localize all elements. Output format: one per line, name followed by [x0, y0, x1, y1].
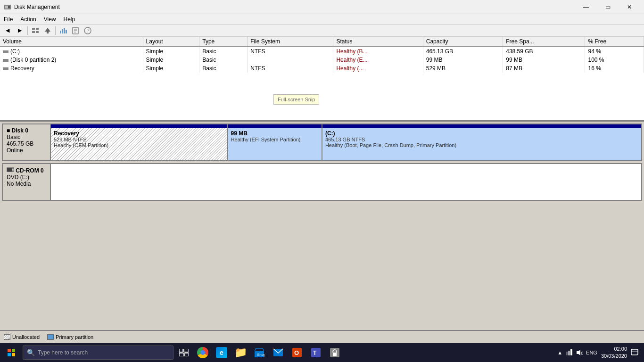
- svg-rect-8: [47, 32, 49, 33]
- edge-app[interactable]: e: [213, 344, 230, 361]
- volume-cell: Recovery: [0, 64, 143, 73]
- start-button[interactable]: [2, 343, 21, 362]
- table-row[interactable]: (Disk 0 partition 2) Simple Basic Health…: [0, 56, 644, 64]
- fullscreen-snip-tooltip: Full-screen Snip: [273, 94, 319, 105]
- col-capacity[interactable]: Capacity: [423, 37, 503, 47]
- cdrom-0-row: CD-ROM 0 DVD (E:) No Media: [2, 163, 642, 201]
- clock-date: 30/03/2020: [601, 353, 627, 360]
- status-cell: Healthy (B...: [333, 47, 423, 56]
- svg-rect-20: [7, 168, 12, 172]
- maximize-button[interactable]: ▭: [597, 0, 619, 14]
- legend-primary-box: [47, 334, 54, 340]
- col-filesystem[interactable]: File System: [248, 37, 333, 47]
- properties-button[interactable]: [70, 25, 81, 36]
- svg-rect-4: [36, 28, 39, 30]
- c-drive-partition-info: 465.13 GB NTFS: [325, 137, 638, 142]
- disk-0-status: Online: [7, 147, 46, 154]
- forward-button[interactable]: ▶: [14, 25, 25, 36]
- office-app[interactable]: O: [289, 344, 305, 361]
- volume-icon: )): [576, 349, 583, 356]
- table-row[interactable]: Recovery Simple Basic NTFS Healthy (... …: [0, 64, 644, 73]
- chrome-app[interactable]: [194, 344, 211, 361]
- language-indicator[interactable]: ENG: [586, 350, 597, 355]
- disk-map-panel: ■ Disk 0 Basic 465.75 GB Online Recovery…: [0, 122, 644, 330]
- svg-rect-12: [66, 30, 67, 33]
- show-hidden-icons[interactable]: ▲: [557, 350, 562, 355]
- graphical-view-button[interactable]: [58, 25, 69, 36]
- capacity-cell: 99 MB: [423, 56, 503, 64]
- taskview-icon: [179, 349, 189, 356]
- edge-icon: e: [216, 347, 227, 358]
- pct-cell: 100 %: [585, 56, 644, 64]
- svg-text:T: T: [313, 350, 317, 356]
- toolbar: ◀ ▶ ?: [0, 25, 644, 37]
- svg-rect-22: [179, 349, 183, 352]
- notifications-icon[interactable]: [631, 349, 638, 356]
- store-app[interactable]: Shop: [251, 344, 268, 361]
- recovery-partition-info: 529 MB NTFS: [54, 137, 224, 142]
- col-pctfree[interactable]: % Free: [585, 37, 644, 47]
- layout-cell: Simple: [143, 64, 199, 73]
- up-button[interactable]: [42, 25, 53, 36]
- col-type[interactable]: Type: [199, 37, 248, 47]
- search-bar[interactable]: 🔍 Type here to search: [23, 346, 173, 360]
- cdrom-0-label: CD-ROM 0 DVD (E:) No Media: [2, 163, 51, 201]
- console-tree-button[interactable]: [30, 25, 41, 36]
- volume-table: Volume Layout Type File System Status Ca…: [0, 37, 644, 73]
- svg-rect-41: [631, 349, 638, 355]
- minimize-button[interactable]: —: [575, 0, 597, 14]
- toolbar-separator: [27, 26, 28, 35]
- efi-partition[interactable]: 99 MB Healthy (EFI System Partition): [228, 124, 322, 160]
- menu-help[interactable]: Help: [60, 14, 79, 24]
- vpn-app[interactable]: [326, 344, 343, 361]
- main-container: Volume Layout Type File System Status Ca…: [0, 37, 644, 343]
- teams-icon: T: [311, 347, 321, 358]
- col-layout[interactable]: Layout: [143, 37, 199, 47]
- back-button[interactable]: ◀: [2, 25, 13, 36]
- menu-file[interactable]: File: [0, 14, 17, 24]
- folder-icon: 📁: [234, 346, 247, 359]
- recovery-partition-status: Healthy (OEM Partition): [54, 142, 224, 148]
- svg-rect-1: [5, 6, 8, 8]
- layout-cell: Simple: [143, 47, 199, 56]
- cdrom-0-name: CD-ROM 0: [16, 167, 43, 174]
- clock[interactable]: 02:00 30/03/2020: [601, 346, 627, 360]
- win-logo-q4: [12, 353, 15, 356]
- help-button[interactable]: ?: [82, 25, 93, 36]
- teams-app[interactable]: T: [307, 344, 324, 361]
- legend-unallocated: Unallocated: [4, 334, 40, 340]
- disk-0-size: 465.75 GB: [7, 140, 46, 147]
- legend-unallocated-box: [4, 334, 10, 340]
- file-explorer-app[interactable]: 📁: [232, 344, 249, 361]
- title-bar: Disk Management — ▭ ✕: [0, 0, 644, 14]
- windows-logo-icon: [8, 349, 15, 356]
- c-drive-partition[interactable]: (C:) 465.13 GB NTFS Healthy (Boot, Page …: [322, 124, 641, 160]
- clock-time: 02:00: [601, 346, 627, 353]
- svg-rect-10: [62, 29, 63, 33]
- title-bar-controls[interactable]: — ▭ ✕: [575, 0, 640, 14]
- volume-list-panel: Volume Layout Type File System Status Ca…: [0, 37, 644, 122]
- taskview-button[interactable]: [175, 344, 192, 361]
- window-title: Disk Management: [14, 4, 60, 10]
- svg-text:)): )): [581, 351, 583, 355]
- disk-0-partitions: Recovery 529 MB NTFS Healthy (OEM Partit…: [51, 123, 642, 161]
- menu-view[interactable]: View: [40, 14, 60, 24]
- menu-action[interactable]: Action: [17, 14, 40, 24]
- col-volume[interactable]: Volume: [0, 37, 143, 47]
- col-freespace[interactable]: Free Spa...: [503, 37, 585, 47]
- win-logo-q3: [8, 353, 11, 356]
- col-status[interactable]: Status: [333, 37, 423, 47]
- fs-cell: [248, 56, 333, 64]
- disk-0-type: Basic: [7, 134, 46, 140]
- svg-point-21: [12, 169, 14, 171]
- search-icon: 🔍: [27, 349, 35, 356]
- svg-rect-36: [566, 352, 568, 355]
- network-icon: [565, 349, 573, 356]
- table-row[interactable]: (C:) Simple Basic NTFS Healthy (B... 465…: [0, 47, 644, 56]
- pct-cell: 16 %: [585, 64, 644, 73]
- recovery-partition[interactable]: Recovery 529 MB NTFS Healthy (OEM Partit…: [51, 124, 228, 160]
- mail-app[interactable]: [270, 344, 287, 361]
- close-button[interactable]: ✕: [619, 0, 640, 14]
- win-logo-q2: [12, 349, 15, 352]
- svg-rect-37: [568, 351, 570, 355]
